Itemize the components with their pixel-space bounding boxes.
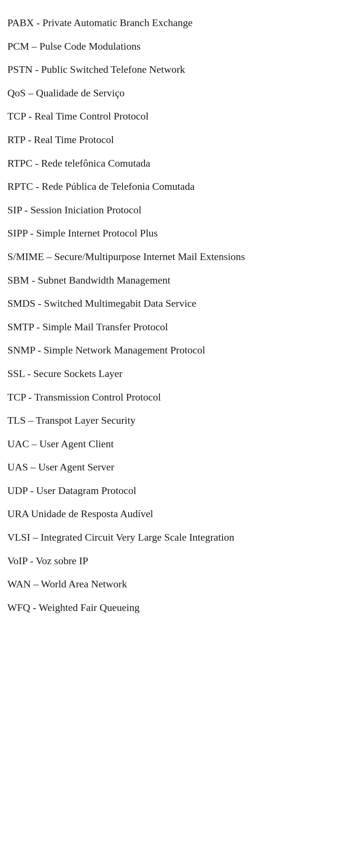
term-item-ura: URA Unidade de Resposta Audível bbox=[7, 502, 346, 526]
term-item-smds: SMDS - Switched Multimegabit Data Servic… bbox=[7, 292, 346, 315]
term-item-uac: UAC – User Agent Client bbox=[7, 432, 346, 456]
term-item-qos: QoS – Qualidade de Serviço bbox=[7, 81, 346, 105]
term-item-sipp: SIPP - Simple Internet Protocol Plus bbox=[7, 221, 346, 245]
term-item-vlsi: VLSI – Integrated Circuit Very Large Sca… bbox=[7, 526, 346, 549]
term-item-rtp: RTP - Real Time Protocol bbox=[7, 128, 346, 152]
term-item-sbm: SBM - Subnet Bandwidth Management bbox=[7, 268, 346, 292]
term-item-tls: TLS – Transpot Layer Security bbox=[7, 409, 346, 432]
term-item-smime: S/MIME – Secure/Multipurpose Internet Ma… bbox=[7, 245, 346, 268]
term-item-ssl: SSL - Secure Sockets Layer bbox=[7, 362, 346, 385]
term-item-tcp1: TCP - Real Time Control Protocol bbox=[7, 104, 346, 128]
term-item-snmp: SNMP - Simple Network Management Protoco… bbox=[7, 338, 346, 362]
term-item-sip: SIP - Session Iniciation Protocol bbox=[7, 198, 346, 222]
term-item-rtpc: RTPC - Rede telefônica Comutada bbox=[7, 152, 346, 175]
term-item-pcm: PCM – Pulse Code Modulations bbox=[7, 35, 346, 58]
term-item-udp: UDP - User Datagram Protocol bbox=[7, 479, 346, 502]
term-item-voip: VoIP - Voz sobre IP bbox=[7, 549, 346, 573]
acronym-list: PABX - Private Automatic Branch Exchange… bbox=[7, 11, 346, 619]
term-item-uas: UAS – User Agent Server bbox=[7, 455, 346, 479]
term-item-wan: WAN – World Area Network bbox=[7, 572, 346, 596]
term-item-rptc: RPTC - Rede Pública de Telefonia Comutad… bbox=[7, 175, 346, 198]
term-item-wfq: WFQ - Weighted Fair Queueing bbox=[7, 596, 346, 619]
term-item-smtp: SMTP - Simple Mail Transfer Protocol bbox=[7, 315, 346, 339]
term-item-tcp2: TCP - Transmission Control Protocol bbox=[7, 385, 346, 409]
term-item-pstn: PSTN - Public Switched Telefone Network bbox=[7, 58, 346, 81]
term-item-pabx: PABX - Private Automatic Branch Exchange bbox=[7, 11, 346, 35]
